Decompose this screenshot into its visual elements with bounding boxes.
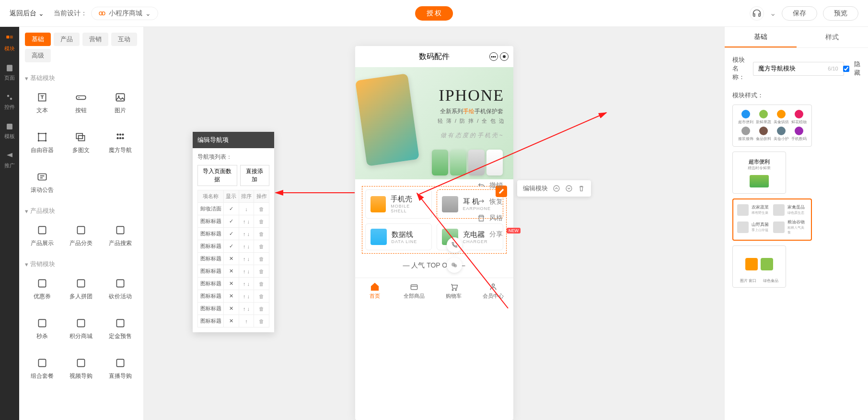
module-item[interactable]: 图片	[103, 85, 138, 120]
wechat-fab[interactable]	[447, 257, 462, 273]
delete-row[interactable]: 🗑	[259, 306, 264, 312]
move-up[interactable]: ↑	[245, 318, 248, 324]
nav-item[interactable]: 数据线DATA LINE	[365, 223, 432, 250]
show-toggle[interactable]: ✕	[224, 278, 239, 290]
hide-checkbox[interactable]	[843, 66, 849, 72]
show-toggle[interactable]: ✓	[224, 203, 239, 215]
show-toggle[interactable]: ✓	[224, 228, 239, 240]
module-item[interactable]: 积分商城	[64, 311, 99, 346]
segment-button[interactable]: 高级	[25, 49, 51, 62]
show-toggle[interactable]: ✓	[224, 240, 239, 253]
preview-button[interactable]: 预览	[823, 6, 858, 21]
module-item[interactable]: 砍价活动	[103, 271, 138, 306]
show-toggle[interactable]: ✓	[224, 215, 239, 228]
phone-fab[interactable]	[447, 237, 462, 253]
delete-icon[interactable]	[578, 185, 585, 192]
module-item[interactable]: 文本	[25, 85, 59, 120]
module-item[interactable]: 滚动公告	[25, 165, 59, 200]
module-item[interactable]: 定金预售	[103, 311, 138, 346]
segment-button[interactable]: 产品	[54, 33, 80, 46]
move-up[interactable]: ↑	[243, 306, 246, 312]
move-down[interactable]: ↓	[247, 293, 250, 299]
tab-item[interactable]: 全部商品	[394, 278, 434, 303]
design-selector[interactable]: 小程序商城 ⌄	[91, 7, 158, 20]
show-toggle[interactable]: ✕	[224, 303, 239, 315]
delete-row[interactable]: 🗑	[259, 244, 264, 249]
move-up-icon[interactable]	[553, 185, 560, 192]
edit-module-label[interactable]: 编辑模块	[523, 184, 548, 193]
delete-row[interactable]: 🗑	[259, 268, 264, 274]
module-item[interactable]: 优惠券	[25, 271, 59, 306]
module-item[interactable]: 多图文	[64, 125, 99, 160]
rail-item[interactable]: 模板	[4, 122, 15, 140]
property-tab[interactable]: 样式	[797, 27, 868, 47]
module-item[interactable]: 按钮	[64, 85, 99, 120]
target-icon[interactable]	[500, 52, 509, 61]
canvas-tool[interactable]: 分享NEW	[477, 230, 521, 239]
show-toggle[interactable]: ✕	[224, 290, 239, 303]
module-item[interactable]: 产品搜索	[103, 218, 138, 253]
segment-button[interactable]: 互动	[111, 33, 137, 46]
move-up[interactable]: ↑	[243, 219, 246, 224]
tab-item[interactable]: 首页	[355, 278, 395, 303]
module-item[interactable]: 直播导购	[103, 351, 138, 386]
rail-item[interactable]: 推广	[4, 152, 15, 169]
rail-item[interactable]: 页面	[4, 64, 15, 82]
delete-row[interactable]: 🗑	[259, 231, 264, 237]
style-option-2[interactable]: 超市便利精选时令鲜果	[732, 152, 786, 194]
module-item[interactable]: 魔方导航	[103, 125, 138, 160]
move-down[interactable]: ↓	[247, 244, 250, 249]
back-button[interactable]: 返回后台 ⌄	[10, 9, 44, 18]
delete-row[interactable]: 🗑	[259, 293, 264, 299]
style-option-4[interactable]: 图片 窗口 绿色食品	[732, 245, 786, 288]
canvas-tool[interactable]: 撤销	[477, 181, 521, 190]
module-item[interactable]: 产品展示	[25, 218, 59, 253]
canvas-tool[interactable]: 恢复	[477, 198, 521, 206]
move-down[interactable]: ↓	[245, 206, 248, 212]
show-toggle[interactable]: ✕	[224, 315, 239, 327]
move-up[interactable]: ↑	[243, 231, 246, 237]
delete-row[interactable]: 🗑	[259, 256, 264, 262]
module-item[interactable]: 自由容器	[25, 125, 59, 160]
move-down[interactable]: ↓	[247, 281, 250, 287]
delete-row[interactable]: 🗑	[259, 318, 264, 324]
move-down[interactable]: ↓	[247, 268, 250, 274]
auth-button[interactable]: 授 权	[415, 6, 453, 21]
support-icon[interactable]	[750, 6, 764, 21]
hero-banner[interactable]: IPHONE 全新系列手绘手机保护套 轻 薄 / 防 摔 / 全 包 边 做 有…	[355, 67, 513, 179]
canvas-tool[interactable]: 风格	[477, 214, 521, 222]
segment-button[interactable]: 营销	[82, 33, 108, 46]
move-down-icon[interactable]	[565, 185, 573, 192]
style-option-1[interactable]: 超市便利新鲜果蔬美食烘焙鲜花植物 服装服饰食品饮料美妆小护手机数码	[732, 105, 812, 147]
move-down[interactable]: ↓	[247, 306, 250, 312]
add-button[interactable]: 直接添加	[240, 165, 269, 186]
tab-item[interactable]: 购物车	[434, 278, 474, 303]
delete-row[interactable]: 🗑	[259, 219, 264, 224]
move-up[interactable]: ↑	[243, 256, 246, 262]
delete-row[interactable]: 🗑	[259, 206, 264, 212]
import-button[interactable]: 导入页面数据	[197, 165, 237, 186]
module-item[interactable]: 秒杀	[25, 311, 59, 346]
rail-item[interactable]: 控件	[4, 93, 15, 111]
move-up[interactable]: ↑	[243, 293, 246, 299]
menu-icon[interactable]: •••	[489, 52, 498, 61]
module-item[interactable]: 组合套餐	[25, 351, 59, 386]
move-up[interactable]: ↑	[243, 281, 246, 287]
move-up[interactable]: ↑	[243, 268, 246, 274]
tab-item[interactable]: 会员中心	[474, 278, 513, 303]
move-down[interactable]: ↓	[247, 219, 250, 224]
move-down[interactable]: ↓	[247, 256, 250, 262]
segment-button[interactable]: 基础	[25, 33, 51, 46]
move-down[interactable]: ↓	[247, 231, 250, 237]
show-toggle[interactable]: ✕	[224, 253, 239, 265]
module-item[interactable]: 产品分类	[64, 218, 99, 253]
nav-item[interactable]: 手机壳MOBILE SHELL	[365, 189, 432, 219]
move-up[interactable]: ↑	[243, 244, 246, 249]
delete-row[interactable]: 🗑	[259, 281, 264, 287]
rail-item[interactable]: 模块	[4, 35, 15, 52]
module-item[interactable]: 多人拼团	[64, 271, 99, 306]
show-toggle[interactable]: ✕	[224, 265, 239, 278]
save-button[interactable]: 保存	[782, 6, 817, 21]
property-tab[interactable]: 基础	[725, 27, 797, 47]
style-option-3[interactable]: 农家蔬菜稀有野生菜家禽蛋品绿色原生态山野真菌享上山珍馐粮油谷物粗粮人气美食	[732, 198, 812, 241]
